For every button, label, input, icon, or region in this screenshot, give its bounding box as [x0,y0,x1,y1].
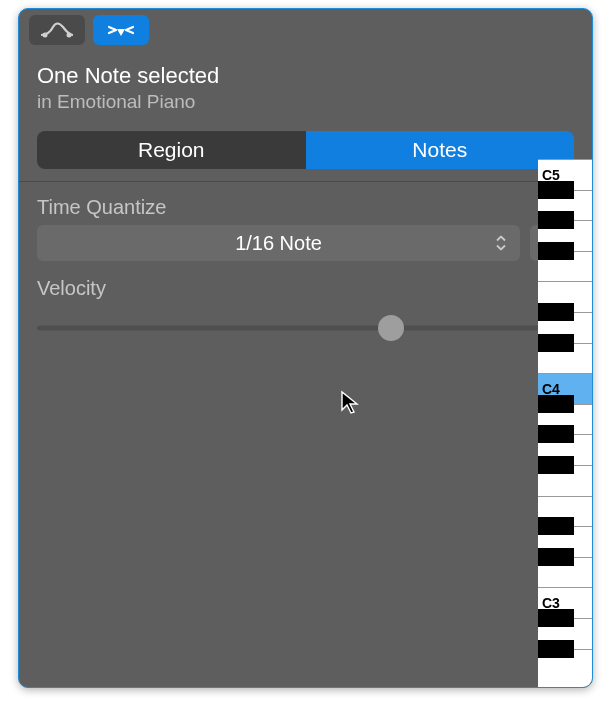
piano-key-label: C5 [542,167,560,183]
piano-black-key[interactable] [538,548,574,566]
svg-point-0 [43,33,48,38]
piano-key-label: C4 [542,381,560,397]
tab-region[interactable]: Region [37,131,306,169]
time-quantize-select[interactable]: 1/16 Note [37,225,520,261]
automation-tool-button[interactable] [29,15,85,45]
selection-subtitle: in Emotional Piano [37,91,574,113]
slider-thumb[interactable] [378,315,404,341]
svg-point-1 [67,33,72,38]
time-quantize-label: Time Quantize [37,196,574,219]
tab-notes[interactable]: Notes [306,131,575,169]
piano-black-key[interactable] [538,517,574,535]
catch-playhead-button[interactable] [93,15,149,45]
piano-black-key[interactable] [538,456,574,474]
velocity-label: Velocity [37,277,106,300]
inspector-tabs: Region Notes [37,131,574,169]
catch-playhead-icon [104,19,138,41]
piano-black-key[interactable] [538,334,574,352]
piano-black-key[interactable] [538,425,574,443]
piano-key-label: C3 [542,595,560,611]
time-quantize-value: 1/16 Note [235,232,322,255]
toolbar [19,9,592,53]
piano-ruler[interactable]: C5C4C3 [538,159,592,687]
piano-black-key[interactable] [538,395,574,413]
controls-panel: Time Quantize 1/16 Note Q Velocity 85 [19,182,592,343]
piano-black-key[interactable] [538,609,574,627]
piano-black-key[interactable] [538,303,574,321]
selection-title: One Note selected [37,63,574,89]
slider-track [37,326,574,331]
piano-black-key[interactable] [538,211,574,229]
inspector-window: One Note selected in Emotional Piano Reg… [18,8,593,688]
automation-curve-icon [39,21,75,39]
piano-black-key[interactable] [538,242,574,260]
mouse-cursor-icon [339,390,361,416]
velocity-slider[interactable] [37,313,574,343]
piano-black-key[interactable] [538,640,574,658]
selection-header: One Note selected in Emotional Piano [19,53,592,125]
chevron-up-down-icon [494,236,508,251]
piano-black-key[interactable] [538,181,574,199]
